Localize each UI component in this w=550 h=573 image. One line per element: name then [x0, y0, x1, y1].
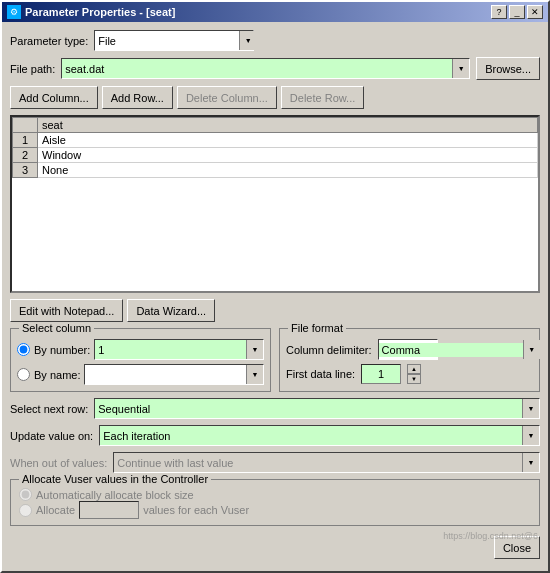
add-column-button[interactable]: Add Column...	[10, 86, 98, 109]
row-value[interactable]: Window	[38, 148, 538, 163]
file-path-row: File path: Browse...	[10, 57, 540, 80]
file-path-arrow[interactable]	[452, 59, 469, 78]
col-delimiter-arrow[interactable]	[523, 340, 540, 359]
by-number-radio[interactable]	[17, 343, 30, 356]
bottom-toolbar-row: Edit with Notepad... Data Wizard...	[10, 299, 540, 322]
update-value-arrow[interactable]	[522, 426, 539, 445]
manual-allocate-row: Allocate values for each Vuser	[19, 501, 531, 519]
by-number-combo[interactable]	[94, 339, 264, 360]
spin-up[interactable]: ▲	[407, 364, 421, 374]
watermark: https://blog.csdn.net@6	[443, 531, 538, 541]
col-delimiter-row: Column delimiter:	[286, 339, 533, 360]
help-button[interactable]: ?	[491, 5, 507, 19]
select-next-row-label: Select next row:	[10, 403, 88, 415]
first-data-row: First data line: ▲ ▼	[286, 364, 533, 384]
by-number-row: By number:	[17, 339, 264, 360]
manual-allocate-radio	[19, 504, 32, 517]
by-name-label: By name:	[34, 369, 80, 381]
main-window: ⚙ Parameter Properties - [seat] ? _ ✕ Pa…	[0, 0, 550, 573]
update-value-combo[interactable]	[99, 425, 540, 446]
parameter-type-arrow[interactable]	[239, 31, 256, 50]
row-number: 1	[13, 133, 38, 148]
out-of-values-input	[114, 456, 522, 470]
allocate-section: Allocate Vuser values in the Controller …	[10, 479, 540, 526]
title-buttons: ? _ ✕	[491, 5, 543, 19]
select-next-row-arrow[interactable]	[522, 399, 539, 418]
by-name-input[interactable]	[85, 368, 246, 382]
out-of-values-combo	[113, 452, 540, 473]
edit-notepad-button[interactable]: Edit with Notepad...	[10, 299, 123, 322]
file-format-legend: File format	[288, 322, 346, 334]
file-path-combo[interactable]	[61, 58, 470, 79]
row-value[interactable]: Aisle	[38, 133, 538, 148]
manual-allocate-label: Allocate	[36, 504, 75, 516]
allocate-legend: Allocate Vuser values in the Controller	[19, 473, 211, 485]
title-bar: ⚙ Parameter Properties - [seat] ? _ ✕	[2, 2, 548, 22]
table-header-seat: seat	[38, 118, 538, 133]
file-path-label: File path:	[10, 63, 55, 75]
first-data-spinner: ▲ ▼	[407, 364, 421, 384]
out-of-values-arrow	[522, 453, 539, 472]
auto-allocate-label: Automatically allocate block size	[36, 489, 194, 501]
table-row: 3None	[13, 163, 538, 178]
data-wizard-button[interactable]: Data Wizard...	[127, 299, 215, 322]
parameter-type-combo[interactable]	[94, 30, 254, 51]
allocate-input	[79, 501, 139, 519]
select-next-row-input[interactable]	[95, 402, 522, 416]
by-number-label: By number:	[34, 344, 90, 356]
first-data-input[interactable]	[361, 364, 401, 384]
col-delimiter-input[interactable]	[379, 343, 523, 357]
delete-row-button[interactable]: Delete Row...	[281, 86, 364, 109]
file-path-input[interactable]	[62, 62, 452, 76]
update-value-row: Update value on:	[10, 425, 540, 446]
table-row: 2Window	[13, 148, 538, 163]
by-name-radio[interactable]	[17, 368, 30, 381]
row-number: 3	[13, 163, 38, 178]
row-value[interactable]: None	[38, 163, 538, 178]
data-table: seat 1Aisle2Window3None	[12, 117, 538, 178]
options-row: Select column By number: By name:	[10, 328, 540, 392]
parameter-type-label: Parameter type:	[10, 35, 88, 47]
close-button[interactable]: ✕	[527, 5, 543, 19]
first-data-label: First data line:	[286, 368, 355, 380]
by-name-arrow[interactable]	[246, 365, 263, 384]
out-of-values-label: When out of values:	[10, 457, 107, 469]
select-column-legend: Select column	[19, 322, 94, 334]
title-bar-left: ⚙ Parameter Properties - [seat]	[7, 5, 175, 19]
window-icon: ⚙	[7, 5, 21, 19]
content-area: Parameter type: File path: Browse... Add…	[2, 22, 548, 571]
select-column-section: Select column By number: By name:	[10, 328, 271, 392]
select-next-row-combo[interactable]	[94, 398, 540, 419]
table-row: 1Aisle	[13, 133, 538, 148]
table-area: seat 1Aisle2Window3None	[10, 115, 540, 293]
by-name-combo[interactable]	[84, 364, 264, 385]
by-number-arrow[interactable]	[246, 340, 263, 359]
parameter-type-row: Parameter type:	[10, 30, 540, 51]
auto-allocate-row: Automatically allocate block size	[19, 488, 531, 501]
by-number-input[interactable]	[95, 343, 246, 357]
parameter-type-input[interactable]	[95, 34, 239, 48]
select-next-row-row: Select next row:	[10, 398, 540, 419]
table-header-row-num	[13, 118, 38, 133]
col-delimiter-label: Column delimiter:	[286, 344, 372, 356]
col-delimiter-combo[interactable]	[378, 339, 438, 360]
browse-button[interactable]: Browse...	[476, 57, 540, 80]
values-label: values for each Vuser	[143, 504, 249, 516]
out-of-values-row: When out of values:	[10, 452, 540, 473]
delete-column-button[interactable]: Delete Column...	[177, 86, 277, 109]
update-value-input[interactable]	[100, 429, 522, 443]
minimize-button[interactable]: _	[509, 5, 525, 19]
auto-allocate-radio	[19, 488, 32, 501]
spin-down[interactable]: ▼	[407, 374, 421, 384]
window-title: Parameter Properties - [seat]	[25, 6, 175, 18]
by-name-row: By name:	[17, 364, 264, 385]
add-row-button[interactable]: Add Row...	[102, 86, 173, 109]
row-number: 2	[13, 148, 38, 163]
file-format-section: File format Column delimiter: First data…	[279, 328, 540, 392]
update-value-label: Update value on:	[10, 430, 93, 442]
toolbar-row: Add Column... Add Row... Delete Column..…	[10, 86, 540, 109]
